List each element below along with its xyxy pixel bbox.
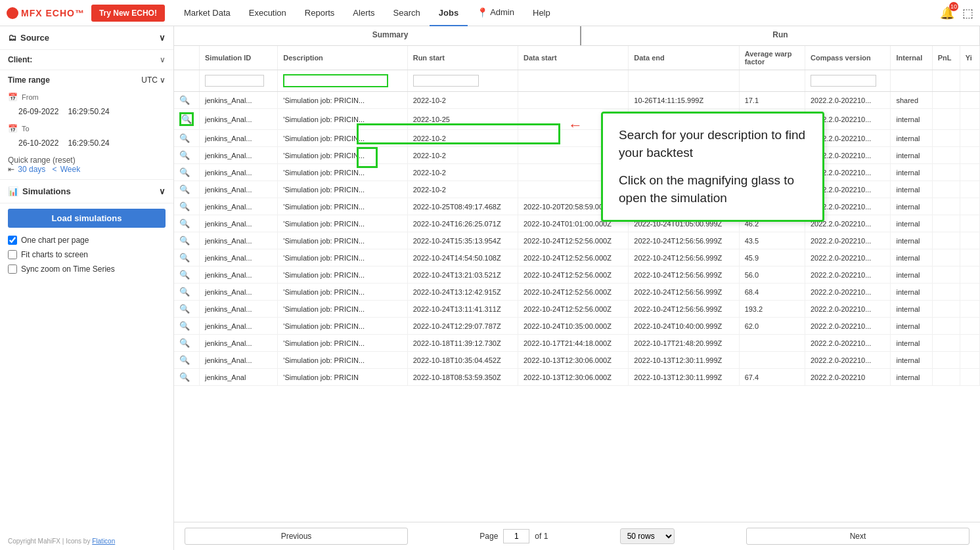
cell-data-start: 2022-10-24T12:52:56.000Z	[518, 284, 629, 301]
nav-alerts[interactable]: Alerts	[344, 0, 384, 26]
compass-filter[interactable]	[811, 75, 876, 87]
cell-run-start: 2022-10-24T12:29:07.787Z	[407, 318, 518, 335]
cell-compass-version: 2022.2.0-202210...	[805, 249, 890, 266]
cell-run-start: 2022-10-24T16:26:25.071Z	[407, 215, 518, 232]
open-simulation-button[interactable]: 🔍	[179, 95, 190, 105]
sync-zoom-checkbox[interactable]	[8, 264, 17, 274]
cell-compass-version: 2022.2.0-202210...	[805, 301, 890, 318]
notification-bell[interactable]: 🔔 10	[940, 6, 954, 20]
30-days-link[interactable]: ⇤	[8, 165, 14, 174]
open-simulation-button[interactable]: 🔍	[179, 150, 190, 160]
table-row: 🔍jenkins_Anal...'Simulation job: PRICIN.…	[174, 266, 980, 284]
one-chart-checkbox[interactable]	[8, 236, 17, 245]
chevron-down-icon: ∨	[159, 33, 166, 43]
table-row: 🔍jenkins_Anal...'Simulation job: PRICIN.…	[174, 164, 980, 181]
time-range-row: Time range UTC ∨	[0, 70, 173, 90]
notification-count: 10	[949, 2, 958, 11]
cell-avg-warp: 43.5	[739, 232, 805, 249]
flaticon-link[interactable]: Flaticon	[92, 538, 115, 545]
open-simulation-button[interactable]: 🔍	[179, 304, 190, 314]
cell-yi	[960, 181, 979, 198]
open-simulation-button[interactable]: 🔍	[179, 321, 190, 331]
cell-internal: internal	[891, 335, 932, 352]
try-new-button[interactable]: Try New ECHO!	[91, 5, 165, 22]
row-search-cell: 🔍	[174, 284, 200, 301]
open-simulation-button[interactable]: 🔍	[179, 133, 190, 143]
one-chart-checkbox-row: One chart per page	[0, 233, 173, 247]
col-data-end: Data end	[629, 46, 739, 70]
nav-admin[interactable]: 📍 Admin	[468, 0, 523, 26]
cell-pnl	[932, 232, 960, 249]
fit-charts-checkbox[interactable]	[8, 250, 17, 259]
cell-pnl	[932, 198, 960, 215]
col-simulation-id: Simulation ID	[200, 46, 278, 70]
nav-jobs[interactable]: Jobs	[430, 0, 468, 26]
cell-compass-version: 2022.2.0-202210...	[805, 318, 890, 335]
row-search-cell: 🔍	[174, 92, 200, 109]
cell-simulation-id: jenkins_Anal...	[200, 335, 278, 352]
nav-reports[interactable]: Reports	[296, 0, 344, 26]
profile-icon[interactable]: ⬚	[962, 6, 973, 20]
copyright-notice: Copyright MahiFX | Icons by Flaticon	[0, 532, 173, 550]
open-simulation-button[interactable]: 🔍	[179, 253, 190, 263]
to-date-value-row[interactable]: 26-10-2022 16:29:50.24	[0, 136, 173, 150]
open-simulation-button[interactable]: 🔍	[179, 236, 190, 245]
description-filter[interactable]	[283, 74, 388, 87]
cell-run-start: 2022-10-2	[407, 130, 518, 147]
open-simulation-button[interactable]: 🔍	[179, 372, 190, 382]
nav-execution[interactable]: Execution	[240, 0, 296, 26]
simulations-section-header[interactable]: 📊 Simulations ∨	[0, 179, 173, 203]
run-start-filter[interactable]	[413, 75, 479, 87]
cell-yi	[960, 352, 979, 369]
utc-selector[interactable]: UTC ∨	[141, 75, 166, 85]
cell-yi	[960, 92, 979, 109]
row-search-cell: 🔍	[174, 109, 200, 130]
source-label: Source	[20, 33, 159, 43]
open-simulation-button[interactable]: 🔍	[179, 184, 190, 194]
open-simulation-button[interactable]: 🔍	[179, 219, 190, 228]
cell-pnl	[932, 164, 960, 181]
from-date-value-row[interactable]: 26-09-2022 16:29:50.24	[0, 104, 173, 119]
cell-data-end: 10-26T14:11:15.999Z	[629, 92, 739, 109]
cell-data-start: 2022-10-24T10:35:00.000Z	[518, 318, 629, 335]
load-simulations-button[interactable]: Load simulations	[8, 209, 166, 228]
simulation-id-filter[interactable]	[205, 75, 264, 87]
source-section-header[interactable]: 🗂 Source ∨	[0, 26, 173, 50]
cell-avg-warp	[739, 335, 805, 352]
cell-pnl	[932, 301, 960, 318]
table-row: 🔍jenkins_Anal...'Simulation job: PRICIN.…	[174, 335, 980, 352]
next-button[interactable]: Next	[746, 528, 969, 545]
nav-search[interactable]: Search	[384, 0, 430, 26]
nav-market-data[interactable]: Market Data	[175, 0, 240, 26]
previous-button[interactable]: Previous	[185, 528, 408, 545]
cell-internal: internal	[891, 198, 932, 215]
page-input[interactable]	[503, 529, 529, 543]
cell-simulation-id: jenkins_Anal...	[200, 198, 278, 215]
rows-per-page: 50 rows 25 rows 100 rows	[620, 528, 675, 544]
cell-data-start: 2022-10-13T12:30:06.000Z	[518, 369, 629, 386]
chevron-down-icon: ∨	[160, 75, 166, 85]
cell-internal: internal	[891, 164, 932, 181]
main-layout: 🗂 Source ∨ Client: ∨ Time range UTC ∨ 📅 …	[0, 26, 980, 550]
cell-yi	[960, 266, 979, 284]
open-simulation-button[interactable]: 🔍	[179, 201, 190, 211]
cell-avg-warp: 45.9	[739, 249, 805, 266]
filter-simulation-id	[200, 70, 278, 92]
open-simulation-button[interactable]: 🔍	[179, 287, 190, 297]
cell-run-start: 2022-10-24T13:21:03.521Z	[407, 266, 518, 284]
client-selector[interactable]: Client: ∨	[0, 50, 173, 70]
open-simulation-button[interactable]: 🔍	[179, 355, 190, 365]
open-simulation-button[interactable]: 🔍	[179, 270, 190, 280]
of-label: of 1	[535, 532, 548, 541]
week-link-text[interactable]: Week	[60, 165, 80, 174]
week-link[interactable]: <	[52, 165, 56, 174]
cell-avg-warp: 67.4	[739, 369, 805, 386]
open-simulation-button[interactable]: 🔍	[179, 338, 190, 348]
col-run-start: Run start	[407, 46, 518, 70]
30-days-link-text[interactable]: 30 days	[18, 165, 45, 174]
rows-select[interactable]: 50 rows 25 rows 100 rows	[620, 528, 675, 544]
open-simulation-button[interactable]: 🔍	[179, 167, 190, 177]
row-search-cell: 🔍	[174, 147, 200, 164]
nav-help[interactable]: Help	[523, 0, 560, 26]
open-simulation-button[interactable]: 🔍	[179, 112, 194, 126]
